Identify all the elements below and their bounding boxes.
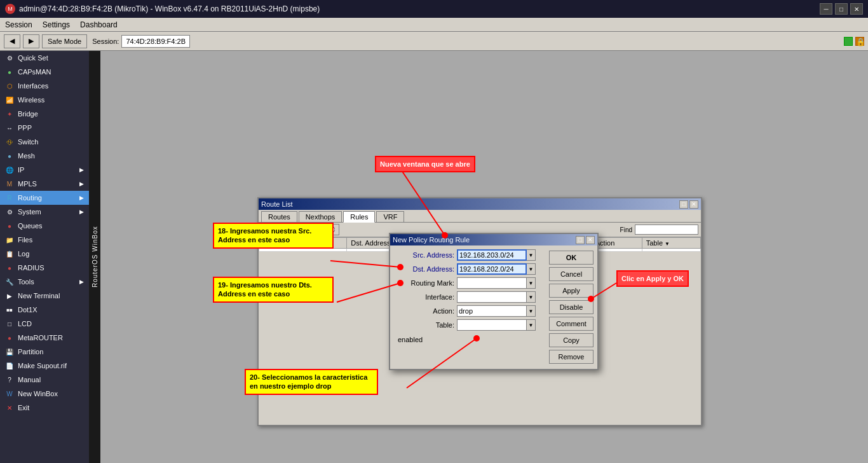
minimize-button[interactable]: ─ — [820, 3, 832, 15]
session-prefix-label: Session: — [92, 38, 119, 45]
quick-set-icon: ⚙ — [5, 53, 14, 62]
sidebar-item-interfaces[interactable]: ⬡ Interfaces — [0, 79, 89, 93]
dst-address-dropdown[interactable]: ▼ — [527, 263, 536, 275]
menu-dashboard[interactable]: Dashboard — [80, 20, 118, 29]
sidebar-label-make-supout: Make Supout.rif — [18, 362, 67, 370]
routeros-winbox-label: RouterOS WinBox — [89, 51, 100, 463]
sidebar-label-mpls: MPLS — [18, 180, 37, 188]
sidebar-item-capsman[interactable]: ● CAPsMAN — [0, 65, 89, 79]
table-dropdown[interactable]: ▼ — [527, 319, 536, 331]
dialog-titlebar: New Policy Routing Rule □ ✕ — [390, 234, 597, 245]
interface-input[interactable] — [457, 291, 527, 303]
col-action: Action — [591, 238, 642, 249]
sidebar-label-manual: Manual — [18, 376, 41, 384]
sidebar-item-lcd[interactable]: □ LCD — [0, 317, 89, 331]
disable-button[interactable]: Disable — [549, 300, 593, 314]
action-dropdown[interactable]: ▼ — [527, 305, 536, 317]
new-winbox-icon: W — [5, 389, 14, 398]
mpls-arrow-icon: ▶ — [79, 181, 84, 187]
sidebar-item-files[interactable]: 📁 Files — [0, 233, 89, 247]
exit-icon: ✕ — [5, 403, 14, 412]
sidebar-item-switch[interactable]: ⛗ Switch — [0, 135, 89, 149]
sidebar-item-partition[interactable]: 💾 Partition — [0, 345, 89, 359]
sidebar-label-exit: Exit — [18, 404, 29, 411]
safemode-button[interactable]: Safe Mode — [42, 34, 87, 48]
tab-routes[interactable]: Routes — [261, 211, 297, 222]
cancel-button[interactable]: Cancel — [549, 267, 593, 281]
tab-vrf[interactable]: VRF — [376, 211, 404, 222]
sidebar-item-quick-set[interactable]: ⚙ Quick Set — [0, 51, 89, 65]
sidebar-item-system[interactable]: ⚙ System ▶ — [0, 205, 89, 219]
tab-rules[interactable]: Rules — [343, 211, 375, 223]
src-address-input[interactable] — [457, 249, 527, 261]
sidebar-item-new-winbox[interactable]: W New WinBox — [0, 387, 89, 401]
sidebar-item-radius[interactable]: ● RADIUS — [0, 261, 89, 275]
sidebar-item-log[interactable]: 📋 Log — [0, 247, 89, 261]
action-input[interactable] — [457, 305, 527, 317]
interface-dropdown[interactable]: ▼ — [527, 291, 536, 303]
sidebar-label-routing: Routing — [18, 194, 42, 202]
dialog-close-button[interactable]: ✕ — [586, 236, 595, 244]
forward-button[interactable]: ▶ — [23, 34, 39, 48]
system-arrow-icon: ▶ — [79, 209, 84, 215]
sidebar-item-new-terminal[interactable]: ▶ New Terminal — [0, 289, 89, 303]
table-input[interactable] — [457, 319, 527, 331]
sidebar-label-bridge: Bridge — [18, 110, 38, 118]
maximize-button[interactable]: □ — [835, 3, 848, 15]
label-routing-mark: Routing Mark: — [394, 279, 454, 287]
sidebar-item-dot1x[interactable]: ■■ Dot1X — [0, 303, 89, 317]
annotation-nueva-ventana: Nueva ventana que se abre — [375, 156, 475, 172]
sidebar-item-ppp[interactable]: ↔ PPP — [0, 121, 89, 135]
sidebar-label-metarouter: MetaROUTER — [18, 334, 63, 342]
sidebar-item-mesh[interactable]: ● Mesh — [0, 149, 89, 163]
sidebar-item-wireless[interactable]: 📶 Wireless — [0, 93, 89, 107]
apply-button[interactable]: Apply — [549, 284, 593, 298]
close-button[interactable]: ✕ — [850, 3, 863, 15]
dialog-maximize-button[interactable]: □ — [576, 236, 585, 244]
enabled-status: enabled — [394, 333, 545, 346]
sidebar-item-metarouter[interactable]: ● MetaROUTER — [0, 331, 89, 345]
dst-address-input[interactable] — [457, 263, 527, 275]
comment-button[interactable]: Comment — [549, 317, 593, 331]
route-list-title: Route List — [261, 200, 293, 208]
capsman-icon: ● — [5, 67, 14, 76]
route-list-close-button[interactable]: ✕ — [689, 200, 698, 209]
sidebar-item-bridge[interactable]: ✦ Bridge — [0, 107, 89, 121]
sidebar-item-tools[interactable]: 🔧 Tools ▶ — [0, 275, 89, 289]
sidebar-item-manual[interactable]: ? Manual — [0, 373, 89, 387]
sidebar-item-queues[interactable]: ● Queues — [0, 219, 89, 233]
find-input[interactable] — [635, 225, 698, 235]
routing-mark-input[interactable] — [457, 277, 527, 289]
routing-mark-dropdown[interactable]: ▼ — [527, 277, 536, 289]
sidebar: ⚙ Quick Set ● CAPsMAN ⬡ Interfaces 📶 Wir… — [0, 51, 89, 463]
supout-icon: 📄 — [5, 361, 14, 370]
back-button[interactable]: ◀ — [4, 34, 20, 48]
src-address-dropdown[interactable]: ▼ — [527, 249, 536, 261]
label-interface: Interface: — [394, 293, 454, 301]
tab-nexthops[interactable]: Nexthops — [299, 211, 342, 222]
sidebar-label-radius: RADIUS — [18, 264, 44, 272]
label-src-address: Src. Address: — [394, 251, 454, 259]
remove-button[interactable]: Remove — [549, 350, 593, 364]
sidebar-item-ip[interactable]: 🌐 IP ▶ — [0, 163, 89, 177]
menu-settings[interactable]: Settings — [43, 20, 70, 29]
cell-src — [259, 249, 347, 252]
ok-button[interactable]: OK — [549, 251, 593, 265]
system-icon: ⚙ — [5, 207, 14, 216]
interfaces-icon: ⬡ — [5, 81, 14, 90]
sidebar-label-quick-set: Quick Set — [18, 54, 48, 62]
menu-session[interactable]: Session — [5, 20, 32, 29]
col-table: Table ▼ — [642, 238, 700, 249]
sidebar-item-routing[interactable]: R Routing ▶ — [0, 191, 89, 205]
main-layout: ⚙ Quick Set ● CAPsMAN ⬡ Interfaces 📶 Wir… — [0, 51, 868, 463]
form-row-dst: Dst. Address: ▼ — [394, 263, 545, 275]
label-dst-address: Dst. Address: — [394, 265, 454, 273]
mesh-icon: ● — [5, 151, 14, 160]
sidebar-item-exit[interactable]: ✕ Exit — [0, 401, 89, 415]
sidebar-item-mpls[interactable]: M MPLS ▶ — [0, 177, 89, 191]
label-action: Action: — [394, 307, 454, 315]
manual-icon: ? — [5, 375, 14, 384]
copy-button[interactable]: Copy — [549, 333, 593, 347]
route-list-maximize-button[interactable]: □ — [679, 200, 688, 209]
sidebar-item-make-supout[interactable]: 📄 Make Supout.rif — [0, 359, 89, 373]
